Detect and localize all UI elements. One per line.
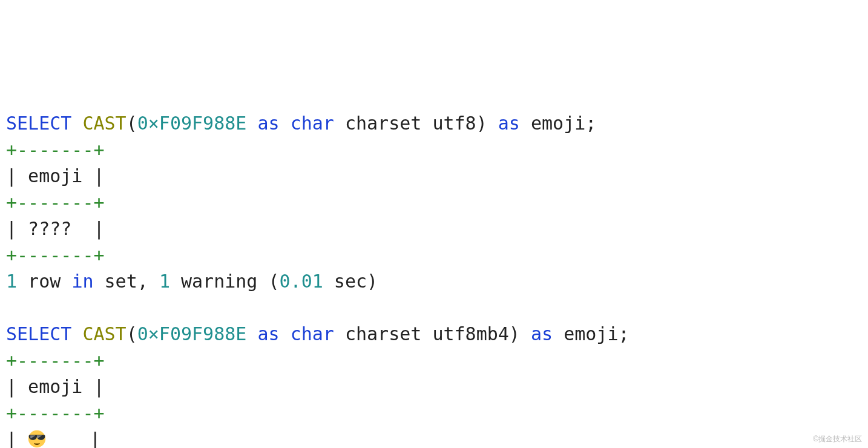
table-header-row: | emoji |	[6, 376, 105, 397]
paren-close: )	[476, 113, 487, 134]
table-value-row: | ???? |	[6, 218, 105, 239]
charset-literal: charset utf8	[334, 113, 476, 134]
hex-literal: 0×F09F988E	[137, 323, 247, 344]
table-border: +-------+	[6, 139, 105, 160]
table-border: +-------+	[6, 245, 105, 266]
elapsed-time: 0.01	[280, 271, 323, 292]
sql-output: SELECT CAST(0×F09F988E as char charset u…	[6, 110, 862, 448]
table-border: +-------+	[6, 350, 105, 371]
watermark: ©掘金技术社区	[813, 434, 862, 444]
keyword-as: as	[246, 113, 290, 134]
charset-literal: charset utf8mb4	[334, 323, 509, 344]
keyword-char: char	[291, 323, 334, 344]
status-line: 1 row in set, 1 warning (0.01 sec)	[6, 271, 378, 292]
keyword-char: char	[291, 113, 334, 134]
fn-cast: CAST	[82, 323, 126, 344]
warning-count: 1	[159, 271, 170, 292]
alias: emoji	[564, 323, 618, 344]
keyword-select: SELECT	[6, 323, 71, 344]
status-count: 1	[6, 271, 17, 292]
query2-line: SELECT CAST(0×F09F988E as char charset u…	[6, 323, 630, 344]
paren-open: (	[127, 323, 137, 344]
table-border: +-------+	[6, 192, 105, 213]
sunglasses-emoji-icon	[28, 429, 46, 448]
query1-line: SELECT CAST(0×F09F988E as char charset u…	[6, 113, 596, 134]
fn-cast: CAST	[82, 113, 126, 134]
semicolon: ;	[585, 113, 596, 134]
hex-literal: 0×F09F988E	[137, 113, 247, 134]
table-border: +-------+	[6, 403, 105, 424]
keyword-select: SELECT	[6, 113, 71, 134]
table-header-row: | emoji |	[6, 165, 105, 186]
keyword-as: as	[520, 323, 564, 344]
keyword-as: as	[246, 323, 290, 344]
paren-close: )	[509, 323, 520, 344]
semicolon: ;	[618, 323, 629, 344]
keyword-in: in	[71, 271, 93, 292]
paren-open: (	[127, 113, 137, 134]
keyword-as: as	[487, 113, 531, 134]
table-value-row: | |	[6, 429, 100, 448]
alias: emoji	[531, 113, 585, 134]
